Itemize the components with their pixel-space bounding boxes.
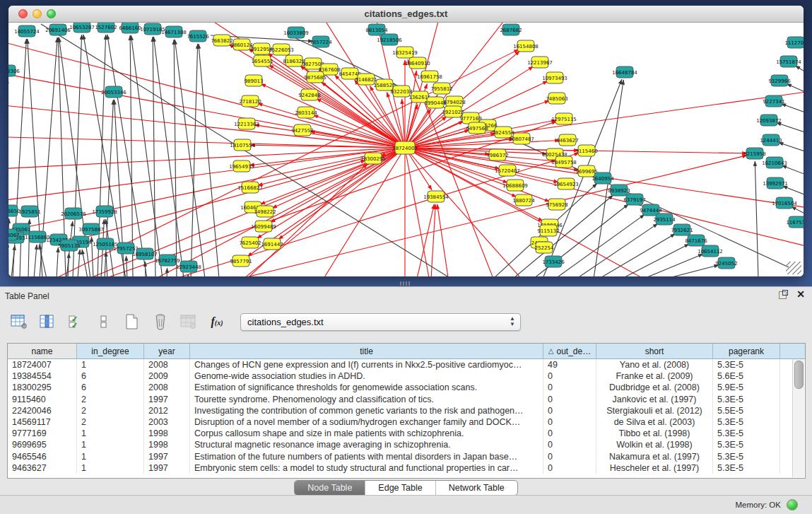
- table-row[interactable]: 2242004622012Investigating the contribut…: [8, 405, 805, 416]
- graph-node[interactable]: 1880724: [512, 194, 535, 206]
- graph-node[interactable]: 7857224: [310, 36, 332, 47]
- graph-node[interactable]: 2687682: [500, 24, 522, 35]
- cell-pagerank[interactable]: 5.9E-5: [713, 382, 780, 393]
- column-header-year[interactable]: year: [144, 344, 190, 358]
- cell-out_degree[interactable]: 0: [543, 428, 596, 439]
- graph-node[interactable]: 18107554: [230, 139, 255, 151]
- cell-short[interactable]: Dudbridge et al. (2008): [596, 382, 713, 393]
- table-selector-dropdown[interactable]: citations_edges.txt ▲▼: [240, 313, 521, 331]
- column-header-name[interactable]: name: [8, 344, 77, 358]
- graph-node[interactable]: 20691406: [45, 24, 71, 35]
- cell-out_degree[interactable]: 49: [543, 359, 596, 370]
- close-panel-icon[interactable]: ✕: [796, 290, 805, 299]
- graph-node[interactable]: 12213363: [234, 118, 259, 129]
- graph-node[interactable]: 5905135: [58, 240, 80, 251]
- cell-in_degree[interactable]: 2: [77, 405, 144, 416]
- cell-title[interactable]: Structural magnetic resonance image aver…: [190, 439, 543, 450]
- cell-name[interactable]: 9699695: [8, 439, 77, 450]
- float-panel-icon[interactable]: [779, 290, 788, 299]
- graph-node[interactable]: 1498222: [254, 206, 276, 217]
- graph-node[interactable]: 7615526: [187, 30, 209, 42]
- cell-in_degree[interactable]: 6: [77, 370, 144, 382]
- cell-short[interactable]: Franke et al. (2009): [596, 370, 713, 382]
- cell-short[interactable]: Stergiakouli et al. (2012): [596, 405, 713, 416]
- graph-node[interactable]: 7625402: [239, 237, 261, 248]
- column-header-in_degree[interactable]: in_degree: [77, 344, 144, 358]
- table-row[interactable]: 1872400712008Changes of HCN gene express…: [8, 359, 805, 370]
- graph-node[interactable]: 7663822: [211, 35, 233, 46]
- graph-node[interactable]: 8215958: [743, 148, 765, 159]
- cell-title[interactable]: Changes of HCN gene expression and I(f) …: [190, 359, 543, 370]
- cell-title[interactable]: Investigating the contribution of common…: [190, 405, 543, 416]
- graph-node[interactable]: 15166827: [237, 182, 263, 193]
- table-row[interactable]: 1456911722003Disruption of a novel membe…: [8, 416, 805, 428]
- graph-node[interactable]: 2935114: [653, 214, 676, 225]
- graph-node[interactable]: 10653287: [69, 23, 95, 33]
- cell-out_degree[interactable]: 0: [543, 394, 596, 405]
- cell-year[interactable]: 1997: [144, 462, 190, 474]
- graph-node[interactable]: 19654923: [553, 178, 579, 189]
- graph-node[interactable]: 1925851: [18, 206, 40, 217]
- cell-pagerank[interactable]: 5.3E-5: [713, 462, 780, 474]
- cell-year[interactable]: 1998: [144, 428, 190, 439]
- new-table-button[interactable]: [122, 311, 143, 332]
- table-row[interactable]: 911546021997Tourette syndrome. Phenomeno…: [8, 394, 805, 405]
- cell-name[interactable]: 22420046: [8, 405, 77, 416]
- graph-node[interactable]: 13992971: [763, 177, 788, 189]
- cell-in_degree[interactable]: 6: [77, 382, 144, 393]
- cell-year[interactable]: 2003: [144, 416, 190, 428]
- table-row[interactable]: 969969511998Structural magnetic resonanc…: [8, 439, 805, 450]
- cell-short[interactable]: Tibbo et al. (1998): [596, 428, 713, 439]
- cell-in_degree[interactable]: 1: [77, 428, 144, 439]
- graph-node[interactable]: 12093872: [756, 115, 782, 126]
- cell-year[interactable]: 2008: [144, 359, 190, 370]
- graph-node[interactable]: 7932621: [671, 224, 693, 235]
- graph-node[interactable]: 9857791: [230, 255, 252, 267]
- column-select-button[interactable]: [37, 311, 58, 332]
- cell-name[interactable]: 19384554: [8, 370, 77, 382]
- graph-node[interactable]: 9463627: [556, 134, 578, 146]
- cell-short[interactable]: Wolkin et al. (1998): [596, 439, 713, 450]
- table-row[interactable]: 946554611997Estimation of the future num…: [8, 451, 805, 462]
- graph-node[interactable]: 9245052: [715, 257, 737, 269]
- graph-node[interactable]: 8938923: [608, 185, 630, 196]
- delete-table-button[interactable]: [150, 311, 171, 332]
- graph-node[interactable]: 1733426: [542, 256, 565, 267]
- graph-node[interactable]: 17016504: [772, 197, 797, 209]
- cell-year[interactable]: 2008: [144, 382, 190, 393]
- cell-in_degree[interactable]: 1: [77, 359, 144, 370]
- graph-node[interactable]: 8471676: [685, 235, 707, 246]
- cell-short[interactable]: Jankovic et al. (1997): [596, 394, 713, 405]
- panel-splitter-handle[interactable]: [400, 281, 411, 286]
- tab-edge-table[interactable]: Edge Table: [365, 481, 435, 495]
- table-row[interactable]: 1830029562008Estimation of significance …: [8, 382, 805, 393]
- cell-out_degree[interactable]: 0: [543, 405, 596, 416]
- graph-node[interactable]: 1654551: [251, 55, 273, 66]
- cell-pagerank[interactable]: 5.3E-5: [713, 451, 780, 462]
- graph-node[interactable]: 7986372: [486, 149, 508, 160]
- graph-node[interactable]: 15720407: [495, 165, 520, 176]
- graph-node[interactable]: 9242848: [298, 89, 320, 100]
- cell-name[interactable]: 18300295: [8, 382, 77, 393]
- graph-node[interactable]: 1244413: [760, 134, 782, 146]
- cell-pagerank[interactable]: 5.3E-5: [713, 394, 780, 405]
- graph-node[interactable]: 9860124: [230, 39, 253, 50]
- network-canvas[interactable]: 1405572420691406106532871527602646616010…: [8, 23, 804, 276]
- cell-out_degree[interactable]: 0: [543, 370, 596, 382]
- graph-node[interactable]: 1167533: [786, 216, 804, 228]
- graph-node[interactable]: 9115460: [575, 145, 597, 156]
- cell-name[interactable]: 9777169: [8, 428, 77, 439]
- cell-in_degree[interactable]: 2: [77, 394, 144, 405]
- table-row[interactable]: 946362711997Embryonic stem cells: a mode…: [8, 462, 805, 474]
- graph-node[interactable]: 18325419: [392, 47, 418, 58]
- cell-year[interactable]: 2009: [144, 370, 190, 382]
- cell-year[interactable]: 2012: [144, 405, 190, 416]
- tab-network-table[interactable]: Network Table: [436, 481, 517, 495]
- cell-name[interactable]: 18724007: [8, 359, 77, 370]
- cell-pagerank[interactable]: 5.3E-5: [713, 439, 780, 450]
- table-settings-button[interactable]: ⚙: [8, 311, 30, 332]
- column-header-title[interactable]: title: [190, 344, 543, 358]
- graph-node[interactable]: 10688609: [502, 180, 528, 191]
- cell-name[interactable]: 9115460: [8, 394, 77, 405]
- cell-title[interactable]: Estimation of the future numbers of pati…: [190, 451, 543, 462]
